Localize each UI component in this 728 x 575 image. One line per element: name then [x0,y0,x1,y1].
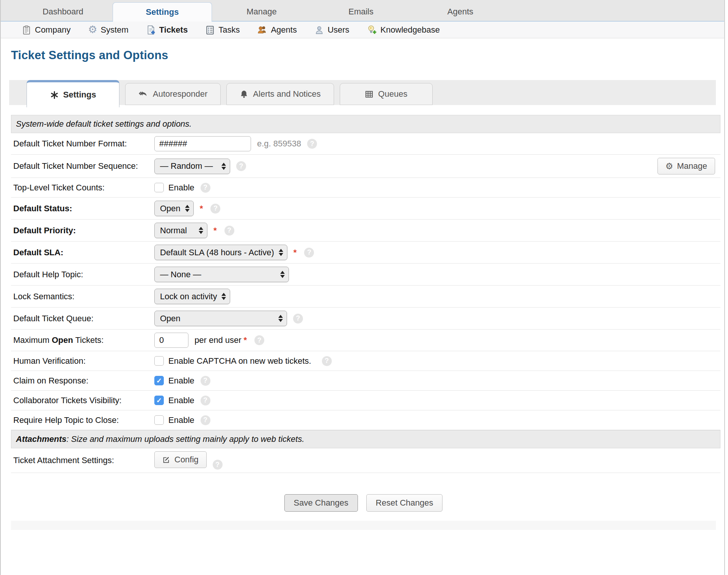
captcha-checkbox[interactable]: ✓ [154,356,164,366]
row-human-verification: Human Verification: ✓ Enable CAPTCHA on … [11,351,720,371]
attachment-config-button[interactable]: Config [154,451,207,468]
default-sla-select[interactable]: Default SLA (48 hours - Active) [154,245,287,260]
tab-settings[interactable]: Settings [27,80,119,107]
top-level-counts-checkbox[interactable]: ✓ [154,183,164,192]
collaborator-visibility-checkbox[interactable]: ✓ [154,396,164,405]
field-label: Human Verification: [13,356,154,366]
row-lock-semantics: Lock Semantics: Lock on activity [11,286,720,308]
field-label: Require Help Topic to Close: [13,415,154,425]
tab-queues[interactable]: Queues [340,83,433,105]
ticket-settings-tabs: Settings Autoresponder Alerts and Notice… [9,80,716,105]
number-format-hint: e.g. 859538 [257,139,301,149]
help-icon[interactable]: ? [213,460,223,470]
section-header-attachments: Attachments: Size and maximum uploads se… [11,430,720,448]
nav-tab-emails[interactable]: Emails [311,2,411,21]
main-nav: Dashboard Settings Manage Emails Agents [1,0,724,22]
reply-all-icon [138,89,148,99]
page-bottom-strip [11,521,716,530]
default-priority-select[interactable]: Normal [154,223,207,238]
field-label: Maximum Open Tickets: [13,335,154,345]
main-content: Ticket Settings and Options Settings Aut… [1,49,724,530]
bell-icon [240,90,248,99]
form-actions: Save Changes Reset Changes [11,494,716,512]
default-help-topic-select[interactable]: — None — [154,267,289,282]
required-asterisk: * [200,204,203,214]
check-icon: ✓ [156,397,162,404]
save-changes-button[interactable]: Save Changes [284,494,358,512]
field-label: Default Ticket Number Format: [13,139,154,149]
help-icon[interactable]: ? [201,415,210,425]
help-icon[interactable]: ? [210,204,220,214]
nav-tab-agents[interactable]: Agents [411,2,510,21]
row-require-help-topic: Require Help Topic to Close: ✓ Enable ? [11,410,720,430]
field-label: Default SLA: [13,248,154,258]
help-icon[interactable]: ? [307,139,317,149]
subnav-item-tasks[interactable]: Tasks [205,25,240,35]
select-arrows-icon [185,205,190,212]
asterisk-icon [50,91,59,99]
row-top-level-counts: Top-Level Ticket Counts: ✓ Enable ? [11,178,720,198]
max-open-suffix: per end user [195,335,242,345]
row-number-sequence: Default Ticket Number Sequence: — Random… [11,155,720,178]
row-number-format: Default Ticket Number Format: e.g. 85953… [11,133,720,155]
help-icon[interactable]: ? [254,335,264,345]
subnav-item-tickets[interactable]: Tickets [146,25,188,35]
edit-pencil-icon [162,456,171,464]
help-icon[interactable]: ? [224,226,234,236]
lock-semantics-select[interactable]: Lock on activity [154,289,230,304]
help-icon[interactable]: ? [322,356,332,366]
users-icon [314,25,324,35]
help-icon[interactable]: ? [293,314,303,324]
subnav-item-company[interactable]: Company [22,25,71,35]
select-arrows-icon [221,163,226,170]
row-claim-on-response: Claim on Response: ✓ Enable ? [11,371,720,391]
number-sequence-select[interactable]: — Random — [154,159,230,174]
reset-changes-button[interactable]: Reset Changes [366,494,443,512]
nav-tab-manage[interactable]: Manage [212,2,311,21]
help-icon[interactable]: ? [236,161,246,171]
required-asterisk: * [244,335,247,345]
select-arrows-icon [221,293,226,300]
help-icon[interactable]: ? [201,396,210,405]
gear-icon: ⚙ [88,25,97,35]
manage-sequences-button[interactable]: ⚙ Manage [657,158,715,174]
help-icon[interactable]: ? [304,248,314,258]
subnav-item-agents[interactable]: Agents [257,25,297,35]
claim-on-response-checkbox[interactable]: ✓ [154,376,164,385]
row-default-sla: Default SLA: Default SLA (48 hours - Act… [11,242,720,264]
number-format-input[interactable] [154,136,251,151]
nav-tab-dashboard[interactable]: Dashboard [13,2,113,21]
tab-autoresponder[interactable]: Autoresponder [125,83,221,105]
required-asterisk: * [213,226,217,236]
row-default-help-topic: Default Help Topic: — None — [11,264,720,286]
row-default-status: Default Status: Open * ? [11,198,720,220]
gear-icon: ⚙ [665,162,673,171]
tasks-icon [205,25,215,35]
select-arrows-icon [278,315,283,322]
help-icon[interactable]: ? [201,183,210,193]
subnav-item-users[interactable]: Users [314,25,349,35]
require-help-topic-checkbox[interactable]: ✓ [154,415,164,425]
select-arrows-icon [280,271,285,278]
row-attachment-settings: Ticket Attachment Settings: Config ? [11,448,720,473]
agents-icon [257,25,267,35]
max-open-tickets-input[interactable] [154,333,188,348]
subnav-item-knowledgebase[interactable]: Knowledgebase [367,25,440,35]
field-label: Lock Semantics: [13,292,154,302]
page-title: Ticket Settings and Options [11,49,716,62]
admin-page: Dashboard Settings Manage Emails Agents … [0,0,725,575]
field-label: Claim on Response: [13,376,154,386]
field-label: Top-Level Ticket Counts: [13,183,154,193]
field-label: Default Ticket Number Sequence: [13,161,154,171]
help-icon[interactable]: ? [201,376,210,386]
nav-tab-settings[interactable]: Settings [113,2,212,22]
default-status-select[interactable]: Open [154,201,194,216]
field-label: Ticket Attachment Settings: [13,456,154,465]
row-default-ticket-queue: Default Ticket Queue: Open ? [11,308,720,330]
field-label: Default Ticket Queue: [13,314,154,324]
select-arrows-icon [279,249,283,256]
knowledgebase-icon [367,25,377,35]
tab-alerts-notices[interactable]: Alerts and Notices [226,83,334,105]
default-ticket-queue-select[interactable]: Open [154,311,287,326]
subnav-item-system[interactable]: ⚙ System [88,25,129,35]
